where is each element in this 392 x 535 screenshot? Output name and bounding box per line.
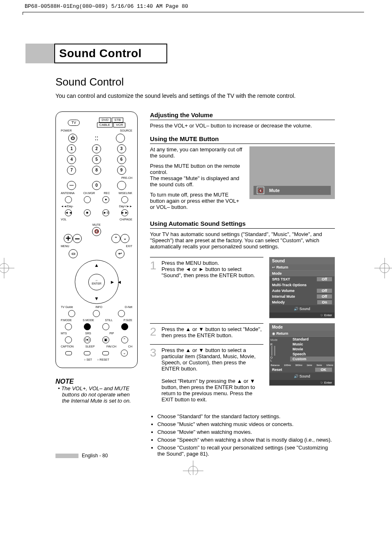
mute-button: 🔇 (92, 227, 101, 236)
step-number-2: 2 (150, 326, 158, 338)
pip-button: ▣ (102, 336, 109, 343)
vcr-button: VCR (113, 123, 125, 127)
rec-label: REC (104, 192, 110, 195)
mute-p4: To turn mute off, press the MUTE button … (150, 192, 244, 210)
osd2-ok: OK (315, 368, 332, 372)
mts-button (65, 336, 72, 343)
ch-minus-button: ⌄ (121, 350, 128, 357)
dnet-button (118, 310, 125, 317)
sleep-label: SLEEP (85, 345, 95, 348)
mute-p1: At any time, you can temporarily cut off… (150, 146, 244, 159)
adjust-body: Press the VOL+ or VOL– button to increas… (150, 123, 335, 129)
vol-label: VOL (61, 218, 67, 221)
mode-music: Music (290, 342, 334, 347)
wiselink-button (121, 196, 128, 203)
note-body: • The VOL+, VOL– and MUTE buttons do not… (55, 385, 138, 404)
osd1-mel: Melody (272, 300, 285, 304)
print-header: BP68-00588H-01Eng(080~089) 5/16/06 11:40… (0, 0, 392, 12)
nav-up-icon: ▲ (94, 263, 99, 268)
prech-button (117, 181, 126, 190)
key-5: 5 (92, 155, 101, 164)
registration-mark-bottom (188, 466, 198, 475)
osd1-im-val: Off (317, 294, 332, 299)
dvd-button: DVD (99, 118, 111, 123)
caption-button (65, 351, 72, 355)
auto-heading: Using Automatic Sound Settings (150, 220, 335, 229)
page-footer: English - 80 (82, 453, 108, 459)
dayminus-label: ◄◄/Day- (61, 205, 74, 208)
note-heading: NOTE (55, 378, 138, 385)
cable-button: CABLE (97, 123, 113, 127)
osd1-av-val: Off (317, 289, 332, 293)
freq-bal: Balance (271, 364, 280, 366)
footer-bar (55, 454, 78, 458)
nav-right-icon: ► (110, 280, 115, 285)
mute-label: MUTE (92, 223, 101, 226)
pip-label: PIP (109, 332, 114, 335)
menu-label: MENU (61, 245, 69, 248)
ch-up-button: ⌃ (111, 234, 120, 243)
dash-button: — (67, 181, 76, 190)
osd1-enter: Enter (324, 313, 332, 317)
tv-button: TV (68, 120, 80, 126)
still-button (102, 323, 109, 330)
osd1-title: Sound (270, 257, 334, 264)
adjust-heading: Adjusting the Volume (150, 111, 335, 120)
caption-label: CAPTION (61, 345, 74, 348)
power-button: ⏻ (68, 134, 77, 143)
key-8: 8 (92, 166, 101, 175)
key-2: 2 (92, 144, 101, 153)
antenna-button (65, 196, 72, 203)
osd1-mel-val: On (317, 300, 332, 304)
rew-button: ◄◄ (65, 209, 72, 216)
remote-illustration: TV DVD STB CABLE VCR POWERSOURCE ⏻• •• •… (55, 111, 138, 368)
ch-plus-button: ⌃ (121, 336, 128, 343)
key-6: 6 (117, 155, 126, 164)
psize-button (121, 323, 128, 330)
ch-label: CH (128, 345, 132, 348)
mode-standard: Standard (290, 337, 334, 342)
freq-100: 100Hz (284, 364, 291, 366)
play-button: ►II (102, 209, 109, 216)
intro-text: You can control and customize the sound … (55, 93, 343, 99)
dnet-label: D-Net (125, 306, 132, 308)
mode-bullets: Choose "Standard" for the standard facto… (150, 413, 335, 457)
freq-10k: 10kHz (326, 364, 333, 366)
stb-button: STB (112, 118, 123, 123)
chmgr-button (84, 196, 91, 203)
mode-speech: Speech (290, 352, 334, 357)
vol-minus-button: – (73, 234, 82, 243)
smode-button (84, 323, 91, 330)
eq-r: R (270, 343, 272, 346)
freq-1k: 1kHz (307, 364, 312, 366)
tvguide-button (68, 310, 75, 317)
step-1-text: Press the MENU button. Press the ◄ or ► … (161, 260, 263, 278)
mode-custom: Custom (290, 357, 334, 361)
osd-mode-menu: Mode ◉ Return Mode R O L Standard Music … (269, 323, 335, 408)
registration-mark-right (380, 263, 390, 273)
title-accent-bar (25, 44, 54, 63)
key-3: 3 (117, 144, 126, 153)
key-0: 0 (92, 181, 101, 190)
psize-label: P.SIZE (124, 319, 132, 322)
step-number-1: 1 (150, 260, 158, 278)
bullet-custom: Choose "Custom" to recall your personali… (157, 445, 335, 457)
tvguide-label: TV Guide (61, 306, 73, 308)
pmode-button (65, 323, 72, 330)
vol-plus-button: + (64, 234, 73, 243)
source-label: SOURCE (120, 129, 132, 132)
sleep-button (84, 351, 90, 355)
section-heading: Sound Control (55, 76, 392, 88)
key-4: 4 (67, 155, 76, 164)
favch-button (102, 351, 109, 355)
pmode-label: P.MODE (61, 319, 72, 322)
osd1-move: Sound (300, 307, 310, 311)
mute-heading: Using the MUTE Button (150, 135, 335, 144)
mute-p2: Press the MUTE button on the remote cont… (150, 163, 240, 175)
osd1-im: Internal Mute (272, 294, 295, 299)
antenna-label: ANTENNA (61, 192, 74, 195)
key-1: 1 (67, 144, 76, 153)
step-2-text: Press the ▲ or ▼ button to select "Mode"… (161, 326, 263, 338)
nav-left-icon: ◄ (78, 280, 161, 285)
source-button (116, 134, 125, 143)
